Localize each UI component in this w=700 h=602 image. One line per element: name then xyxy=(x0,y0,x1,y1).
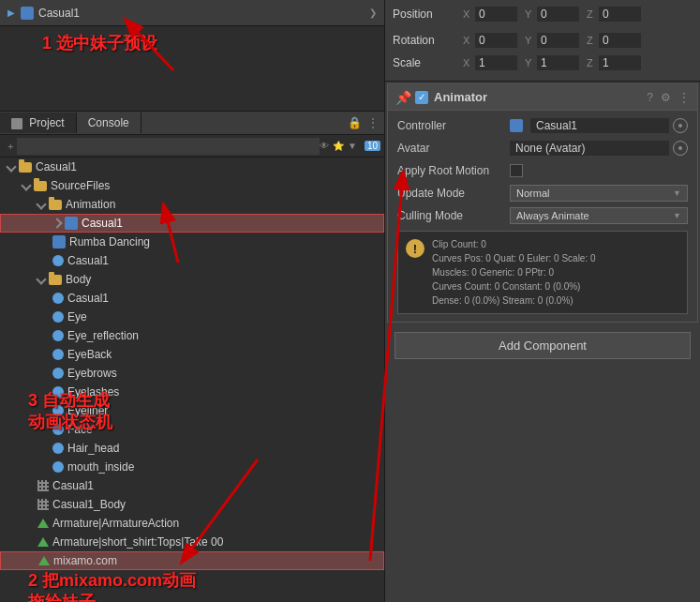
z-axis-label: Z xyxy=(587,8,596,20)
y-axis-label: Y xyxy=(525,8,534,20)
expand-body xyxy=(36,274,46,284)
expand-animation xyxy=(36,199,46,209)
mesh-casual1 xyxy=(52,293,64,304)
culling-mode-value: Always Animate ▼ xyxy=(510,207,688,224)
rotation-x-item: X xyxy=(463,33,517,48)
update-mode-dropdown[interactable]: Normal ▼ xyxy=(510,185,688,202)
tree-item-eyelashes[interactable]: Eyelashes xyxy=(0,383,384,401)
left-panel: ▶ Casual1 ❯ 1 选中妹子预设 Project Console 🔒 ⋮… xyxy=(0,0,384,602)
top-bar-title: Casual1 xyxy=(38,7,80,20)
tab-project[interactable]: Project xyxy=(0,113,77,133)
controller-label: Controller xyxy=(397,119,510,132)
position-z-item: Z xyxy=(587,7,641,22)
position-x-input[interactable] xyxy=(475,7,517,22)
avatar-target-btn[interactable] xyxy=(673,141,688,156)
apply-root-motion-checkbox[interactable] xyxy=(510,164,523,177)
rotation-z-input[interactable] xyxy=(599,33,641,48)
culling-mode-label: Culling Mode xyxy=(397,209,510,222)
grid-casual1 xyxy=(37,480,49,491)
apply-root-motion-row: Apply Root Motion xyxy=(388,159,697,182)
update-mode-value: Normal ▼ xyxy=(510,185,688,202)
project-tab-icon xyxy=(11,118,22,129)
folder-animation xyxy=(49,200,62,210)
animator-header[interactable]: 📌 ✓ Animator ? ⚙ ⋮ xyxy=(388,84,697,111)
rotation-x-input[interactable] xyxy=(475,33,517,48)
rotation-label: Rotation xyxy=(393,34,463,47)
tree-item-casual1-root[interactable]: Casual1 xyxy=(0,158,384,176)
tree-item-armature-action[interactable]: Armature|ArmatureAction xyxy=(0,514,384,533)
tree-item-mouth[interactable]: mouth_inside xyxy=(0,458,384,476)
clip-icon xyxy=(52,255,64,266)
warning-icon: ! xyxy=(406,239,424,258)
add-button[interactable]: + xyxy=(4,139,17,154)
more-icon[interactable]: ⋮ xyxy=(678,91,690,104)
search-input[interactable] xyxy=(17,138,320,155)
tree-item-casual1-clip[interactable]: Casual1 xyxy=(0,251,384,270)
tree-item-eyeliner[interactable]: Eyeliner xyxy=(0,401,384,420)
lock-icon[interactable]: 🔒 xyxy=(348,116,362,129)
tree-item-body[interactable]: Body xyxy=(0,270,384,289)
tab-console[interactable]: Console xyxy=(77,113,141,133)
tree-item-eyeback[interactable]: EyeBack xyxy=(0,345,384,364)
tree-item-sourcefiles[interactable]: SourceFiles xyxy=(0,176,384,195)
avatar-dot xyxy=(678,146,682,150)
animator-checkbox[interactable]: ✓ xyxy=(415,91,428,104)
tabs-actions: 🔒 ⋮ xyxy=(348,116,384,129)
avatar-label: Avatar xyxy=(397,142,510,155)
menu-icon[interactable]: ⋮ xyxy=(367,116,379,129)
top-bar-chevron: ❯ xyxy=(369,8,377,18)
mesh-eye-reflection xyxy=(52,330,64,341)
scale-y-input[interactable] xyxy=(537,55,579,70)
scale-x-input[interactable] xyxy=(475,55,517,70)
top-bar[interactable]: ▶ Casual1 ❯ xyxy=(0,0,384,26)
scale-z-input[interactable] xyxy=(599,55,641,70)
scale-z-item: Z xyxy=(587,55,641,70)
mesh-eyeback xyxy=(52,349,64,360)
scale-label: Scale xyxy=(393,56,463,69)
tree-item-hair-head[interactable]: Hair_head xyxy=(0,439,384,458)
mesh-mouth xyxy=(52,461,64,473)
rotation-y-input[interactable] xyxy=(537,33,579,48)
controller-prefab-icon xyxy=(510,119,523,132)
scale-y-item: Y xyxy=(525,55,579,70)
scale-x-item: X xyxy=(463,55,517,70)
tree-item-casual1-grid[interactable]: Casual1 xyxy=(0,476,384,495)
search-icons: 👁 ⭐ ▼ 10 xyxy=(320,141,380,151)
tree-item-rumba[interactable]: Rumba Dancing xyxy=(0,233,384,251)
avatar-value-group: None (Avatar) xyxy=(510,141,688,156)
add-component-button[interactable]: Add Component xyxy=(395,332,691,359)
tree-item-face[interactable]: Face xyxy=(0,420,384,439)
mesh-hair-head xyxy=(52,443,64,454)
settings-icon[interactable]: ⚙ xyxy=(661,91,671,104)
avatar-value: None (Avatar) xyxy=(510,141,669,156)
animator-info-box: ! Clip Count: 0Curves Pos: 0 Quat: 0 Eul… xyxy=(397,231,688,314)
tree-item-armature-tops[interactable]: Armature|short_shirt:Tops|Take 00 xyxy=(0,533,384,551)
help-icon[interactable]: ? xyxy=(647,91,653,104)
position-row: Position X Y Z xyxy=(385,4,700,24)
eye-icon[interactable]: 👁 xyxy=(320,141,329,151)
position-z-input[interactable] xyxy=(599,7,641,22)
tree-item-eye-reflection[interactable]: Eye_reflection xyxy=(0,326,384,345)
position-label: Position xyxy=(393,8,463,21)
update-mode-text: Normal xyxy=(516,188,549,199)
position-y-input[interactable] xyxy=(537,7,579,22)
tree-item-mixamo[interactable]: mixamo.com xyxy=(0,551,384,570)
tree-item-eyebrows[interactable]: Eyebrows xyxy=(0,364,384,383)
mesh-eye xyxy=(52,311,64,323)
culling-mode-dropdown[interactable]: Always Animate ▼ xyxy=(510,207,688,224)
filter-icon[interactable]: ▼ xyxy=(348,141,357,151)
target-dot xyxy=(678,124,682,128)
controller-target-btn[interactable] xyxy=(673,118,688,133)
no-expand-casual1 xyxy=(52,218,62,228)
tree-item-animation[interactable]: Animation xyxy=(0,195,384,214)
mesh-eyelashes xyxy=(52,386,64,398)
tree-item-eye[interactable]: Eye xyxy=(0,308,384,326)
tree-item-casual1-mesh[interactable]: Casual1 xyxy=(0,289,384,308)
rotation-z-item: Z xyxy=(587,33,641,48)
animator-actions: ? ⚙ ⋮ xyxy=(647,91,690,104)
mesh-face xyxy=(52,424,64,435)
tree-item-casual1-body-grid[interactable]: Casual1_Body xyxy=(0,495,384,514)
file-tree: Casual1 SourceFiles Animation Casual1 Ru… xyxy=(0,158,384,602)
tree-item-casual1-anim[interactable]: Casual1 xyxy=(0,214,384,233)
star-icon[interactable]: ⭐ xyxy=(333,141,344,151)
